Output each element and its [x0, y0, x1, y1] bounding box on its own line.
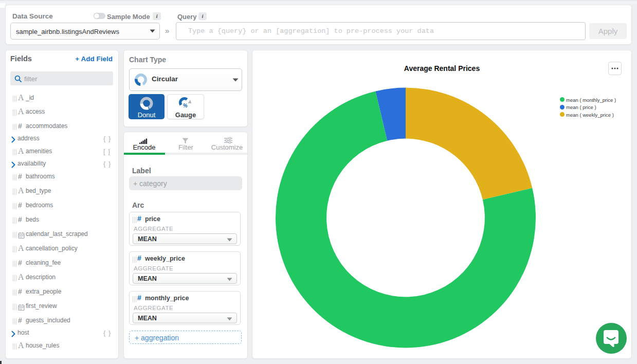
svg-text:%: %	[183, 103, 188, 108]
